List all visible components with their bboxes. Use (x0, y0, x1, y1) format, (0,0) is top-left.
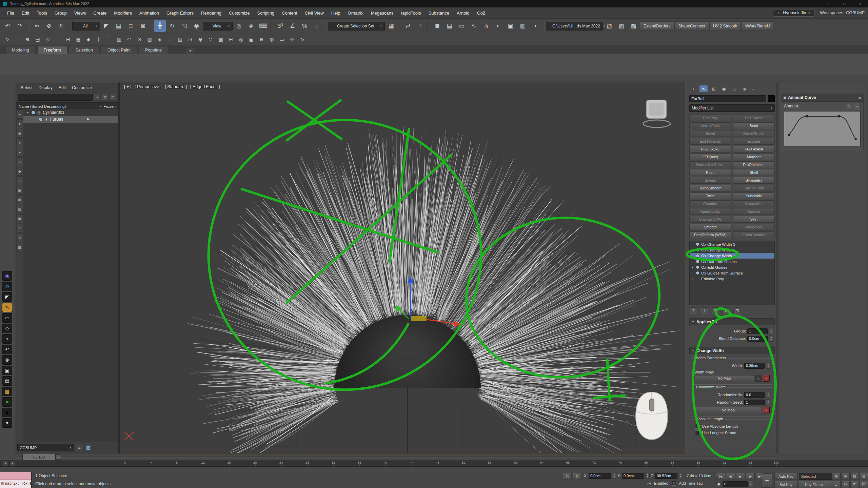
coord-y-spinner[interactable] (645, 473, 650, 479)
modifier-button[interactable]: Subdivide (733, 192, 775, 199)
modifier-button[interactable]: Push (689, 169, 731, 176)
object-name-field[interactable] (689, 95, 766, 102)
select-rotate-icon[interactable]: ↻ (166, 20, 178, 32)
filter-icon[interactable]: ▽ (102, 94, 108, 101)
curve-preset-icon[interactable]: ∿ (846, 103, 852, 109)
schematic-view-icon[interactable]: ⋔ (480, 20, 492, 32)
modifier-button[interactable]: Fillet/Chamfer (733, 231, 775, 238)
ornatrix-tool-26-icon[interactable]: ⊕ (257, 35, 266, 44)
explorer-tool-14-icon[interactable]: ⊙ (16, 233, 23, 242)
pan-icon[interactable]: ↔ (832, 481, 841, 488)
ornatrix-tool-19-icon[interactable]: ⊡ (185, 35, 195, 44)
menu-item[interactable]: Group (51, 11, 71, 16)
modifier-button[interactable]: Extrude (733, 138, 775, 145)
track-bar[interactable]: ◂▸ 0481216202428323640444852566064687276… (0, 460, 868, 467)
modifier-button[interactable]: Symmetry (733, 177, 775, 184)
ornatrix-tool-10-icon[interactable]: ∥ (94, 35, 103, 44)
lock-explorer-icon[interactable]: ◻ (110, 94, 116, 101)
ornatrix-tool-11-icon[interactable]: ⌒ (104, 35, 114, 44)
annotate-app-icon[interactable]: ◉ (2, 271, 12, 281)
ornatrix-tool-16-icon[interactable]: ◈ (155, 35, 164, 44)
palette-icon[interactable]: ▩ (2, 387, 12, 396)
clear-map-button[interactable] (763, 375, 770, 382)
explorer-tool-15-icon[interactable]: ▩ (16, 243, 23, 251)
menu-item[interactable]: Help (328, 11, 344, 16)
explorer-search-input[interactable] (18, 94, 93, 101)
modifier-visibility-icon[interactable] (696, 265, 699, 269)
explorer-tool-9-icon[interactable]: ▣ (16, 186, 23, 195)
curve-menu-icon[interactable]: ▾ (854, 103, 861, 109)
keyboard-override-icon[interactable]: ⌨ (257, 20, 269, 32)
zoom-all-icon[interactable]: ⊜ (841, 473, 850, 480)
layer-explorer-icon[interactable]: ▤ (443, 20, 455, 32)
stack-ox-edit-guides[interactable]: Ox Edit Guides (690, 264, 774, 270)
clear-search-icon[interactable]: × (94, 94, 101, 101)
modifier-button[interactable]: TurboSmooth (689, 185, 731, 191)
modifier-button[interactable]: Smooth (689, 224, 731, 230)
explorer-tool-8-icon[interactable]: □ (16, 176, 23, 185)
ornatrix-tool-4-icon[interactable]: ▤ (33, 35, 42, 44)
maximize-button[interactable]: □ (837, 0, 852, 7)
ornatrix-tool-12-icon[interactable]: ▥ (114, 35, 124, 44)
explorer-tool-3-icon[interactable]: ◉ (16, 129, 23, 138)
group-spinner[interactable] (769, 328, 773, 334)
coord-z-spinner[interactable] (678, 473, 683, 479)
modifier-button[interactable]: Turn to Poly (733, 185, 775, 191)
curve-editor-icon[interactable]: ∿ (468, 20, 480, 32)
explorer-grid-icon[interactable]: ▦ (84, 444, 92, 451)
ribbon-tab[interactable]: Selection (69, 46, 99, 54)
ornatrix-tool-5-icon[interactable]: ◇ (43, 35, 53, 44)
explorer-menu-item[interactable]: Customize (69, 85, 95, 90)
key-filters-button[interactable]: Key Filters... (799, 481, 832, 488)
extra-tool-1-icon[interactable]: ▧ (603, 20, 615, 32)
key-mode-icon[interactable]: ◆ (716, 482, 722, 486)
stack-ox-hair-from-guides[interactable]: Ox Hair from Guides (690, 259, 774, 264)
ornatrix-tool-23-icon[interactable]: ⊟ (226, 35, 236, 44)
menu-item[interactable]: Animation (136, 11, 163, 16)
spinner-snap-icon[interactable]: ↕ (311, 20, 323, 32)
workspaces-selector[interactable]: Workspaces: CGBUMP (820, 11, 865, 15)
dot-tool-icon[interactable]: • (2, 334, 12, 344)
modifier-button[interactable]: ProOptimizer (733, 161, 775, 168)
randomize-percent-field[interactable]: 0.0 (744, 392, 765, 398)
explorer-tool-13-icon[interactable]: ≡ (16, 224, 23, 232)
divider-2[interactable] (68, 21, 71, 31)
auto-key-button[interactable]: Auto Key (774, 473, 797, 480)
utilities-tab-icon[interactable]: ⊚ (740, 85, 748, 92)
menu-item[interactable]: GoZ (473, 11, 489, 16)
ornatrix-tool-15-icon[interactable]: ▧ (145, 35, 154, 44)
align-icon[interactable]: ≡ (414, 20, 426, 32)
modifier-button[interactable]: Bend (733, 122, 775, 129)
selection-lock-icon[interactable]: ⊘ (573, 473, 581, 480)
perspective-viewport[interactable]: [ + ][ Perspective ][ Standard ][ Edged … (120, 82, 686, 453)
time-slider-advance-button[interactable]: ▸ (56, 454, 61, 460)
explorer-config-icon[interactable]: ≡ (76, 444, 83, 451)
randomize-map-button[interactable]: No Map (694, 407, 762, 413)
key-mode-dropdown[interactable]: Selected (799, 473, 836, 480)
extend-borders-button[interactable]: ExtendBorders (640, 21, 674, 31)
set-key-button[interactable]: Set Key (774, 481, 797, 488)
coord-x-spinner[interactable] (612, 473, 616, 479)
time-slider[interactable]: 0 / 100 ▸ (0, 454, 868, 460)
viewport-pov-menu[interactable]: [ Perspective ] (135, 84, 161, 89)
expander-icon[interactable] (691, 277, 694, 280)
ornatrix-tool-18-icon[interactable]: ▨ (175, 35, 185, 44)
explorer-menu-item[interactable]: Select (18, 85, 35, 90)
pin-stack-icon[interactable]: ⊤ (690, 307, 697, 314)
ornatrix-tool-20-icon[interactable]: ◉ (196, 35, 205, 44)
ornatrix-tool-1-icon[interactable]: ∿ (2, 35, 12, 44)
isolate-selection-icon[interactable]: ◎ (563, 473, 572, 480)
clipboard-tool-icon[interactable]: ▤ (2, 376, 12, 386)
edit-named-selections-icon[interactable]: ▦ (385, 20, 397, 32)
viewport-canvas[interactable] (120, 82, 686, 453)
add-time-tag-button[interactable]: Add Time Tag (679, 481, 703, 485)
menu-item[interactable]: Substance (425, 11, 453, 16)
render-setup-icon[interactable]: ▣ (505, 20, 516, 32)
wrench-icon[interactable]: ⌐ (750, 85, 758, 92)
color-black-swatch[interactable]: ■ (2, 408, 12, 417)
divider-3[interactable] (150, 21, 153, 31)
divider-8[interactable] (542, 21, 545, 31)
modifier-button[interactable]: Bevel Profile (733, 130, 775, 137)
menu-item[interactable]: Rendering (197, 11, 225, 16)
configure-modifier-sets-icon[interactable]: ⊞ (733, 307, 741, 314)
